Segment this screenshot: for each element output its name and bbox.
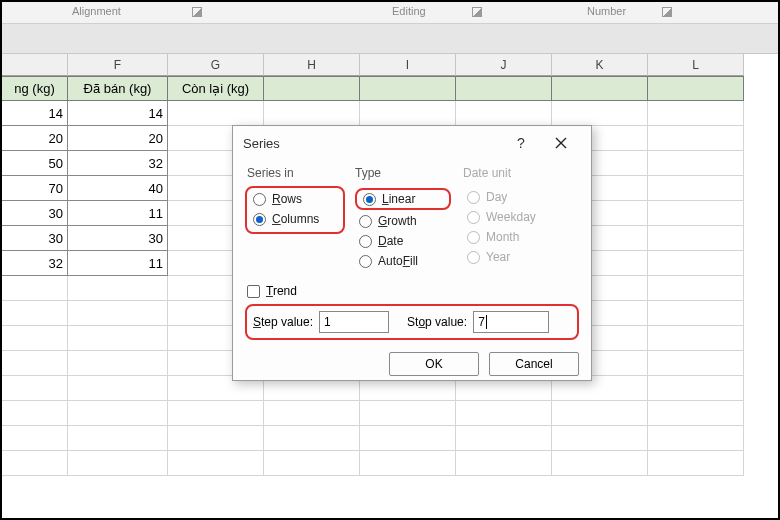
radio-option[interactable]: Growth (359, 214, 447, 228)
cell[interactable] (648, 351, 744, 376)
cell[interactable] (68, 301, 168, 326)
cell[interactable] (2, 401, 68, 426)
cell[interactable] (648, 101, 744, 126)
cell[interactable] (168, 401, 264, 426)
cell[interactable]: 11 (68, 201, 168, 226)
cell[interactable] (2, 451, 68, 476)
cell[interactable] (648, 76, 744, 101)
cell[interactable] (648, 426, 744, 451)
dialog-launcher-icon[interactable] (192, 7, 202, 17)
cell[interactable]: 30 (2, 201, 68, 226)
cell[interactable] (552, 76, 648, 101)
close-button[interactable] (541, 128, 581, 158)
cell[interactable] (264, 401, 360, 426)
cell[interactable] (2, 326, 68, 351)
cell[interactable] (456, 451, 552, 476)
cell[interactable] (264, 426, 360, 451)
cell[interactable] (264, 101, 360, 126)
cell[interactable]: 32 (68, 151, 168, 176)
cell[interactable]: 70 (2, 176, 68, 201)
cell[interactable] (648, 201, 744, 226)
cell[interactable] (456, 101, 552, 126)
cell[interactable] (552, 426, 648, 451)
radio-option: Day (467, 190, 565, 204)
cell[interactable] (168, 451, 264, 476)
cell[interactable] (552, 101, 648, 126)
cell[interactable]: 30 (2, 226, 68, 251)
cell[interactable] (648, 151, 744, 176)
cell[interactable] (648, 176, 744, 201)
cell[interactable]: ng (kg) (2, 76, 68, 101)
cell[interactable] (264, 76, 360, 101)
radio-option[interactable]: Linear (363, 192, 443, 206)
cell[interactable] (360, 401, 456, 426)
dialog-launcher-icon[interactable] (662, 7, 672, 17)
radio-option[interactable]: Rows (253, 192, 337, 206)
cell[interactable]: 32 (2, 251, 68, 276)
column-header[interactable]: I (360, 54, 456, 76)
cell[interactable] (68, 276, 168, 301)
column-header[interactable]: L (648, 54, 744, 76)
cell[interactable] (68, 451, 168, 476)
formula-bar-area (2, 24, 778, 54)
radio-option[interactable]: Columns (253, 212, 337, 226)
trend-checkbox[interactable]: Trend (247, 284, 579, 298)
ok-button[interactable]: OK (389, 352, 479, 376)
cell[interactable] (648, 326, 744, 351)
cell[interactable]: 30 (68, 226, 168, 251)
cell[interactable] (168, 426, 264, 451)
cell[interactable] (552, 401, 648, 426)
cell[interactable] (648, 126, 744, 151)
cell[interactable] (2, 276, 68, 301)
cell[interactable] (2, 426, 68, 451)
cell[interactable]: Đã bán (kg) (68, 76, 168, 101)
cell[interactable] (648, 276, 744, 301)
cell[interactable] (2, 301, 68, 326)
radio-icon (359, 255, 372, 268)
cell[interactable]: 50 (2, 151, 68, 176)
step-value-input[interactable]: 1 (319, 311, 389, 333)
cell[interactable] (68, 326, 168, 351)
cell[interactable] (648, 226, 744, 251)
cell[interactable] (360, 451, 456, 476)
radio-option[interactable]: Date (359, 234, 447, 248)
cell[interactable] (456, 401, 552, 426)
cell[interactable]: 14 (68, 101, 168, 126)
cell[interactable] (68, 401, 168, 426)
cell[interactable]: 40 (68, 176, 168, 201)
cell[interactable]: 14 (2, 101, 68, 126)
help-button[interactable]: ? (501, 128, 541, 158)
cell[interactable] (360, 101, 456, 126)
cell[interactable] (648, 401, 744, 426)
column-header[interactable]: H (264, 54, 360, 76)
cell[interactable] (360, 76, 456, 101)
radio-option[interactable]: AutoFill (359, 254, 447, 268)
stop-value-input[interactable]: 7 (473, 311, 549, 333)
column-header[interactable]: J (456, 54, 552, 76)
cell[interactable] (552, 451, 648, 476)
cell[interactable]: 20 (68, 126, 168, 151)
cell[interactable]: 11 (68, 251, 168, 276)
cell[interactable] (68, 376, 168, 401)
cancel-button[interactable]: Cancel (489, 352, 579, 376)
cell[interactable] (648, 376, 744, 401)
column-header[interactable]: K (552, 54, 648, 76)
cell[interactable] (2, 351, 68, 376)
cell[interactable] (2, 376, 68, 401)
column-header[interactable]: G (168, 54, 264, 76)
cell[interactable] (68, 351, 168, 376)
cell[interactable] (456, 76, 552, 101)
cell[interactable] (264, 451, 360, 476)
cell[interactable] (648, 451, 744, 476)
cell[interactable]: Còn lại (kg) (168, 76, 264, 101)
cell[interactable] (648, 251, 744, 276)
cell[interactable] (168, 101, 264, 126)
dialog-launcher-icon[interactable] (472, 7, 482, 17)
cell[interactable] (648, 301, 744, 326)
cell[interactable]: 20 (2, 126, 68, 151)
column-header[interactable] (2, 54, 68, 76)
cell[interactable] (68, 426, 168, 451)
column-header[interactable]: F (68, 54, 168, 76)
cell[interactable] (456, 426, 552, 451)
cell[interactable] (360, 426, 456, 451)
